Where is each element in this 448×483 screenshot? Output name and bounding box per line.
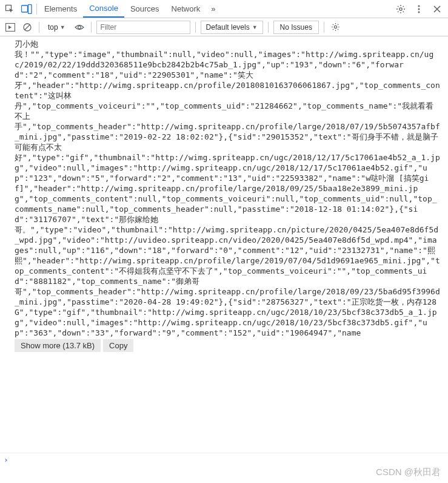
levels-selector[interactable]: Default levels ▼ xyxy=(201,21,263,34)
toolbar-left: Elements Console Sources Network » xyxy=(1,0,221,18)
inspect-icon[interactable] xyxy=(1,1,18,18)
console-output: 刃小炮 我！"","type":"image","thumbnail":null… xyxy=(0,36,448,453)
kebab-menu-icon[interactable] xyxy=(412,2,426,16)
divider xyxy=(39,22,39,33)
divider xyxy=(268,22,269,33)
svg-rect-1 xyxy=(22,5,28,12)
svg-point-4 xyxy=(418,5,420,7)
copy-button[interactable]: Copy xyxy=(103,339,133,352)
watermark: CSDN @秋田君 xyxy=(376,467,441,478)
svg-point-5 xyxy=(418,8,420,10)
divider xyxy=(324,22,324,33)
console-prompt[interactable]: › xyxy=(0,453,448,466)
svg-line-9 xyxy=(25,25,30,30)
tab-more[interactable]: » xyxy=(206,4,220,13)
tabs: Elements Console Sources Network » xyxy=(38,0,221,18)
console-settings-icon[interactable] xyxy=(329,21,343,34)
show-more-button[interactable]: Show more (13.7 kB) xyxy=(15,339,101,352)
svg-point-6 xyxy=(418,11,420,13)
divider xyxy=(91,22,92,33)
toolbar-right xyxy=(393,2,447,16)
devtools-toolbar: Elements Console Sources Network » xyxy=(0,0,448,18)
divider xyxy=(195,22,196,33)
console-input[interactable] xyxy=(12,455,444,464)
live-expression-icon[interactable] xyxy=(73,21,86,34)
chevron-down-icon: ▼ xyxy=(252,24,258,30)
chevron-down-icon: ▼ xyxy=(60,24,65,30)
divider xyxy=(36,4,37,15)
device-toggle-icon[interactable] xyxy=(18,1,35,18)
context-selector[interactable]: top ▼ xyxy=(44,22,69,33)
svg-point-10 xyxy=(78,25,81,29)
filter-input[interactable] xyxy=(96,21,190,34)
settings-icon[interactable] xyxy=(393,2,408,16)
tab-console[interactable]: Console xyxy=(83,0,124,18)
tab-sources[interactable]: Sources xyxy=(124,0,165,18)
clear-console-icon[interactable] xyxy=(21,21,34,34)
context-label: top xyxy=(48,23,58,32)
svg-rect-2 xyxy=(28,4,32,13)
close-icon[interactable] xyxy=(430,2,444,16)
showmore-row: Show more (13.7 kB)Copy xyxy=(15,339,448,352)
levels-label: Default levels xyxy=(206,23,250,32)
svg-point-3 xyxy=(400,7,402,10)
console-message[interactable]: 刃小炮 我！"","type":"image","thumbnail":null… xyxy=(15,39,448,338)
issues-button[interactable]: No Issues xyxy=(273,21,319,34)
svg-point-11 xyxy=(335,25,337,28)
console-subbar: top ▼ Default levels ▼ No Issues xyxy=(0,18,448,36)
sidebar-toggle-icon[interactable] xyxy=(4,21,17,34)
chevron-right-icon: › xyxy=(4,455,8,464)
tab-network[interactable]: Network xyxy=(165,0,207,18)
tab-elements[interactable]: Elements xyxy=(38,0,83,18)
